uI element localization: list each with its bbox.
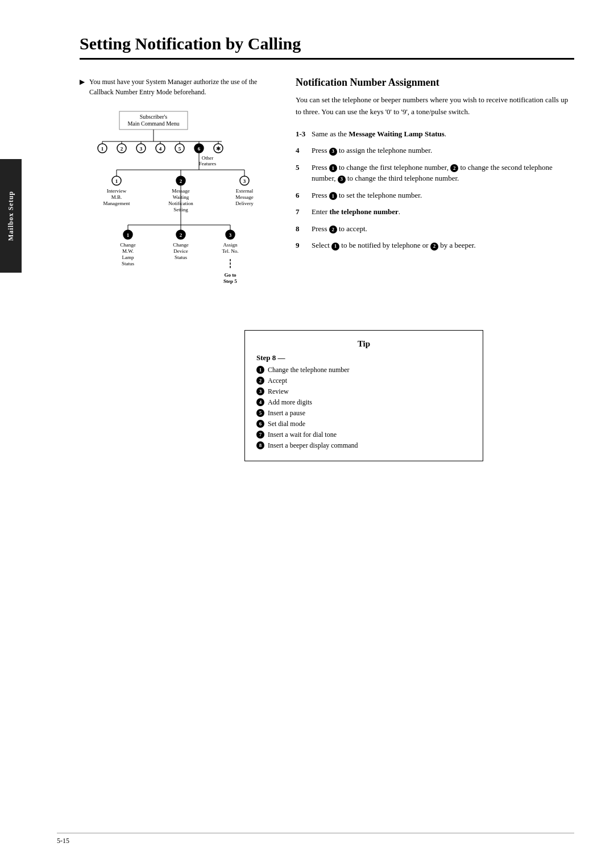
tree-diagram: Subscriber's Main Command Menu 1 2: [80, 108, 273, 302]
tip-key-7: 7: [256, 431, 264, 439]
step-5: 5 Press 1 to change the first telephone …: [296, 162, 574, 184]
svg-text:Main Command Menu: Main Command Menu: [127, 120, 179, 127]
tip-text-4: Add more digits: [268, 398, 312, 407]
svg-text:1: 1: [101, 146, 104, 152]
step-num-6: 6: [296, 190, 307, 201]
svg-text:Device: Device: [173, 248, 188, 254]
key-1b: 1: [329, 192, 337, 200]
key-3a: 3: [338, 176, 346, 183]
step-num-1-3: 1-3: [296, 128, 307, 140]
tip-box: Tip Step 8 — 1 Change the telephone numb…: [244, 330, 483, 461]
step-num-5: 5: [296, 162, 307, 173]
svg-text:2: 2: [121, 146, 123, 152]
step-8: 8 Press 2 to accept.: [296, 223, 574, 235]
svg-text:Other: Other: [202, 155, 214, 161]
key-2b: 2: [329, 226, 337, 233]
svg-text:1: 1: [127, 232, 130, 238]
section-intro: You can set the telephone or beeper numb…: [296, 94, 574, 118]
tip-text-6: Set dial mode: [268, 420, 305, 428]
svg-text:1: 1: [115, 178, 118, 184]
tip-item-5: 5 Insert a pause: [256, 409, 471, 418]
svg-text:Step 5: Step 5: [223, 278, 237, 284]
svg-text:5: 5: [179, 146, 181, 152]
tree-svg: Subscriber's Main Command Menu 1 2: [85, 108, 267, 302]
svg-text:Assign: Assign: [223, 242, 238, 248]
tip-item-8: 8 Insert a beeper display command: [256, 441, 471, 450]
step-num-7: 7: [296, 206, 307, 218]
svg-text:M.B.: M.B.: [111, 194, 122, 200]
sidebar-tab: Mailbox Setup: [0, 159, 22, 273]
step-6: 6 Press 1 to set the telephone number.: [296, 190, 574, 201]
svg-text:4: 4: [159, 146, 162, 152]
tip-item-7: 7 Insert a wait for dial tone: [256, 431, 471, 439]
svg-text:3: 3: [243, 178, 246, 184]
page-container: Mailbox Setup Setting Notification by Ca…: [0, 0, 614, 868]
bullet-text: You must have your System Manager author…: [89, 77, 273, 97]
svg-text:✱: ✱: [216, 145, 221, 152]
svg-text:2: 2: [180, 178, 182, 184]
tip-text-7: Insert a wait for dial tone: [268, 431, 337, 439]
tip-text-8: Insert a beeper display command: [268, 441, 358, 450]
svg-text:Change: Change: [120, 242, 136, 248]
footer-line: 5-15: [57, 833, 574, 845]
step-9: 9 Select 1 to be notified by telephone o…: [296, 240, 574, 251]
key-2c: 2: [430, 243, 438, 251]
svg-text:Interview: Interview: [107, 188, 127, 194]
step-7-text: Enter the telephone number.: [312, 206, 400, 218]
key-2a: 2: [450, 164, 458, 172]
svg-text:Subscriber's: Subscriber's: [140, 114, 168, 120]
step-4-text: Press 3 to assign the telephone number.: [312, 145, 432, 156]
tip-key-3: 3: [256, 387, 264, 395]
svg-text:Management: Management: [103, 201, 130, 206]
step-8-text: Press 2 to accept.: [312, 223, 367, 235]
svg-text:Go to: Go to: [224, 272, 237, 278]
tip-key-6: 6: [256, 420, 264, 428]
svg-text:Delivery: Delivery: [235, 201, 254, 206]
tip-text-5: Insert a pause: [268, 409, 305, 418]
tip-item-4: 4 Add more digits: [256, 398, 471, 407]
svg-text:Features: Features: [199, 161, 217, 166]
svg-text:3: 3: [229, 232, 232, 238]
key-3: 3: [329, 148, 337, 156]
tip-key-4: 4: [256, 398, 264, 406]
svg-text:2: 2: [180, 232, 182, 238]
step-1-3: 1-3 Same as the Message Waiting Lamp Sta…: [296, 128, 574, 140]
step-num-9: 9: [296, 240, 307, 251]
svg-text:Change: Change: [173, 242, 189, 248]
section-title: Notification Number Assignment: [296, 77, 574, 89]
tip-text-2: Accept: [268, 377, 287, 385]
right-column: Notification Number Assignment You can s…: [296, 77, 574, 302]
svg-text:Lamp: Lamp: [122, 254, 134, 260]
tip-key-1: 1: [256, 366, 264, 374]
step-5-text: Press 1 to change the first telephone nu…: [312, 162, 574, 184]
page-footer: 5-15: [57, 833, 574, 845]
tip-key-5: 5: [256, 409, 264, 417]
svg-text:M.W.: M.W.: [122, 248, 134, 254]
svg-text:Status: Status: [122, 261, 135, 266]
bullet-note: ▶ You must have your System Manager auth…: [80, 77, 273, 97]
step-6-text: Press 1 to set the telephone number.: [312, 190, 422, 201]
tip-key-2: 2: [256, 377, 264, 385]
tip-title: Tip: [256, 339, 471, 349]
tip-item-1: 1 Change the telephone number: [256, 366, 471, 374]
svg-text:6: 6: [198, 146, 201, 152]
key-1c: 1: [331, 243, 339, 251]
tip-step-label: Step 8 —: [256, 353, 471, 362]
page-number: 5-15: [57, 837, 69, 845]
svg-text:3: 3: [140, 146, 143, 152]
tip-item-6: 6 Set dial mode: [256, 420, 471, 428]
step-num-8: 8: [296, 223, 307, 235]
bullet-arrow: ▶: [80, 77, 85, 97]
step-7: 7 Enter the telephone number.: [296, 206, 574, 218]
tip-key-8: 8: [256, 441, 264, 449]
tip-text-1: Change the telephone number: [268, 366, 350, 374]
tip-item-3: 3 Review: [256, 387, 471, 396]
sidebar-label: Mailbox Setup: [7, 191, 15, 241]
page-title: Setting Notification by Calling: [80, 34, 574, 60]
step-4: 4 Press 3 to assign the telephone number…: [296, 145, 574, 156]
content-area: ▶ You must have your System Manager auth…: [80, 77, 574, 302]
step-1-3-text: Same as the Message Waiting Lamp Status.: [312, 128, 446, 140]
svg-text:Status: Status: [175, 254, 188, 260]
step-9-text: Select 1 to be notified by telephone or …: [312, 240, 476, 251]
left-column: ▶ You must have your System Manager auth…: [80, 77, 273, 302]
